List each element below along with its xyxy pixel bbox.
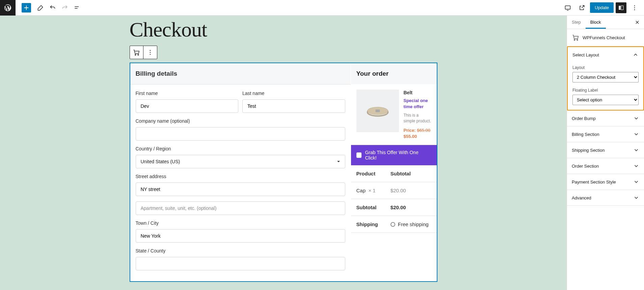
update-button[interactable]: Update	[590, 2, 614, 13]
price-label: Price:	[404, 128, 416, 133]
layout-label: Layout	[572, 65, 639, 70]
first-name-label: First name	[136, 91, 239, 96]
order-table: Product Subtotal Cap × 1 $20.00 Subtotal…	[351, 165, 437, 233]
block-name: WPFunnels Checkout	[583, 35, 625, 40]
last-name-label: Last name	[242, 91, 345, 96]
subtotal-label: Subtotal	[351, 199, 385, 216]
close-sidebar-button[interactable]	[633, 18, 641, 26]
country-label: Country / Region	[136, 146, 345, 151]
floating-label-label: Floating Label	[572, 88, 639, 93]
shipping-section-panel[interactable]: Shipping Section	[567, 142, 644, 158]
svg-point-7	[138, 54, 139, 55]
add-block-button[interactable]	[22, 3, 31, 13]
shipping-label: Shipping	[351, 216, 385, 233]
product-description: This is a simple product.	[404, 113, 431, 124]
list-view-button[interactable]	[72, 2, 82, 13]
block-header: WPFunnels Checkout	[567, 29, 644, 46]
state-input[interactable]	[136, 257, 345, 270]
svg-point-9	[150, 52, 151, 53]
town-input[interactable]	[136, 229, 345, 243]
advanced-panel[interactable]: Advanced	[567, 190, 644, 206]
town-label: Town / City	[136, 220, 345, 226]
chevron-down-icon	[633, 195, 639, 201]
chevron-down-icon	[633, 147, 639, 153]
chevron-down-icon	[633, 115, 639, 121]
svg-point-4	[634, 7, 635, 8]
country-select[interactable]: United States (US)	[136, 155, 345, 168]
offer-checkbox[interactable]	[356, 152, 362, 158]
price-old: $65.00	[417, 128, 430, 133]
subtotal-header: Subtotal	[385, 165, 437, 182]
select-layout-header[interactable]: Select Layout	[568, 47, 643, 63]
more-options-button[interactable]	[629, 2, 640, 13]
street-input[interactable]	[136, 183, 345, 196]
settings-panel-toggle[interactable]	[616, 2, 626, 13]
billing-details-column: Billing details First name Last name	[130, 63, 351, 281]
settings-sidebar: Step Block WPFunnels Checkout Select Lay…	[567, 16, 644, 290]
offer-text: Special one time offer	[404, 98, 431, 110]
order-section-panel[interactable]: Order Section	[567, 158, 644, 174]
toolbar-left	[0, 0, 83, 15]
apartment-input[interactable]	[136, 201, 345, 215]
device-preview-button[interactable]	[562, 2, 573, 13]
payment-section-panel[interactable]: Payment Section Style	[567, 174, 644, 190]
chevron-down-icon	[633, 179, 639, 185]
your-order-column: Your order Belt Special one time offer T…	[351, 63, 437, 281]
svg-rect-1	[619, 6, 620, 10]
table-row: Cap × 1	[351, 182, 385, 199]
svg-point-14	[574, 40, 575, 41]
wordpress-logo[interactable]	[0, 0, 16, 16]
last-name-input[interactable]	[242, 99, 345, 113]
first-name-input[interactable]	[136, 99, 239, 113]
tab-step[interactable]: Step	[567, 16, 586, 29]
grab-offer-text: Grab This Offer With One Click!	[365, 150, 431, 161]
billing-heading: Billing details	[130, 63, 351, 84]
street-label: Street address	[136, 174, 345, 179]
chevron-up-icon	[633, 52, 639, 58]
layout-select[interactable]: 2 Column Checkout	[572, 72, 639, 82]
product-header: Product	[351, 165, 385, 182]
price-new: $55.00	[404, 134, 417, 139]
item-price: $20.00	[385, 182, 437, 199]
top-toolbar: Update	[0, 0, 644, 16]
state-label: State / County	[136, 248, 345, 253]
shipping-radio[interactable]	[391, 222, 395, 227]
editor-canvas[interactable]: Checkout Billing details First	[0, 16, 567, 290]
redo-button[interactable]	[59, 2, 70, 13]
external-preview-button[interactable]	[576, 2, 587, 13]
company-input[interactable]	[136, 127, 345, 141]
svg-rect-0	[565, 6, 570, 9]
undo-button[interactable]	[47, 2, 58, 13]
grab-offer-bar[interactable]: Grab This Offer With One Click!	[351, 145, 437, 165]
toolbar-right: Update	[562, 2, 644, 13]
product-image	[356, 90, 399, 132]
country-value: United States (US)	[141, 159, 180, 164]
billing-section-panel[interactable]: Billing Section	[567, 126, 644, 142]
svg-point-6	[135, 54, 136, 55]
shipping-value: Free shipping	[385, 216, 437, 233]
chevron-down-icon	[633, 131, 639, 137]
select-layout-panel: Select Layout Layout 2 Column Checkout F…	[567, 46, 644, 111]
floating-label-select[interactable]: Select option	[572, 95, 639, 105]
page-title[interactable]: Checkout	[130, 18, 437, 42]
svg-point-3	[634, 5, 635, 6]
company-label: Company name (optional)	[136, 118, 345, 124]
tab-block[interactable]: Block	[586, 16, 606, 29]
svg-rect-2	[621, 6, 623, 10]
edit-icon[interactable]	[35, 2, 46, 13]
svg-point-15	[577, 40, 578, 41]
order-bump-panel[interactable]: Order Bump	[567, 111, 644, 126]
subtotal-value: $20.00	[385, 199, 437, 216]
svg-rect-13	[375, 110, 380, 112]
block-type-icon[interactable]	[130, 46, 143, 59]
chevron-down-icon	[337, 160, 340, 163]
svg-point-10	[150, 54, 151, 55]
block-more-button[interactable]	[143, 46, 157, 59]
svg-point-5	[634, 9, 635, 10]
chevron-down-icon	[633, 163, 639, 169]
block-toolbar	[130, 46, 157, 59]
checkout-block[interactable]: Billing details First name Last name	[130, 63, 437, 282]
product-name: Belt	[404, 90, 431, 96]
svg-point-8	[150, 50, 151, 51]
cart-icon	[572, 34, 579, 41]
